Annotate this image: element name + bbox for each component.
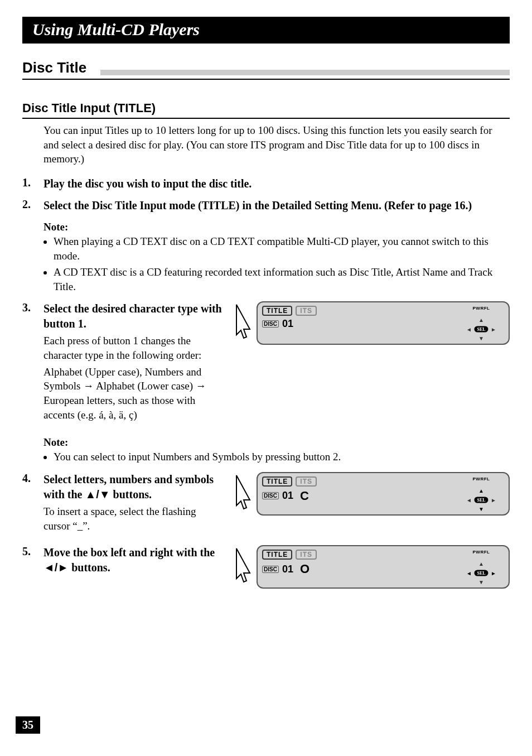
lcd-disc-number: 01 [282,564,293,575]
up-down-icon: ▲/▼ [85,488,110,500]
lcd-disc-label: DISC [262,320,279,328]
step-5-number: 5. [22,545,38,575]
step-1-head: Play the disc you wish to input the disc… [43,176,510,191]
lcd-disc-number: 01 [282,490,293,502]
section-title: Disc Title [22,59,86,76]
step-2-number: 2. [22,198,38,213]
lcd-sel-pad: ◄ ► ▲ ▼ SEL [466,318,496,340]
step-3-detail-b: Alphabet (Upper case), Numbers and Symbo… [43,365,223,422]
lcd-disc-label: DISC [262,566,279,573]
note-2-label: Note: [43,436,510,449]
step-3: 3. Select the desired character type wit… [22,301,223,422]
lcd-screen: TITLE ITS DISC 01 PWRFL ◄ ► ▲ ▼ [257,301,510,345]
step-5-head-post: buttons. [69,561,110,574]
step-4-number: 4. [22,472,38,533]
chapter-title: Using Multi-CD Players [32,20,200,38]
step-3-number: 3. [22,301,38,422]
lcd-screen: TITLE ITS DISC 01 O PWRFL ◄ ► ▲ [257,545,510,589]
lcd-its-label: ITS [296,306,317,316]
note-1a: When playing a CD TEXT disc on a CD TEXT… [54,234,510,263]
right-arrow-icon: → [83,380,94,392]
subsection-intro: You can input Titles up to 10 letters lo… [43,123,510,166]
display-figure-step4: TITLE ITS DISC 01 C PWRFL ◄ ► ▲ [233,472,510,516]
step-1: 1. Play the disc you wish to input the d… [22,176,510,191]
note-1-list: When playing a CD TEXT disc on a CD TEXT… [43,234,510,294]
cursor-icon [233,472,252,516]
step-3-head: Select the desired character type with b… [43,301,223,331]
chapter-title-bar: Using Multi-CD Players [22,17,510,44]
display-figure-step3: TITLE ITS DISC 01 PWRFL ◄ ► ▲ ▼ [233,301,510,345]
step-4-head: Select letters, numbers and symbols with… [43,472,223,502]
lcd-disc-label: DISC [262,492,279,499]
step-4-detail: To insert a space, select the flashing c… [43,504,223,533]
right-arrow-icon: → [196,380,206,392]
lcd-title-label: TITLE [262,550,292,560]
lcd-sel-pad: ◄ ► ▲ ▼ SEL [466,562,496,584]
step-2: 2. Select the Disc Title Input mode (TIT… [22,198,510,213]
step-1-number: 1. [22,176,38,191]
subsection-title: Disc Title Input (TITLE) [22,101,510,119]
lcd-its-label: ITS [296,476,317,487]
lcd-title-label: TITLE [262,476,292,487]
step-5: 5. Move the box left and right with the … [22,545,223,575]
note-1-label: Note: [43,221,510,233]
step-5-head-pre: Move the box left and right with the [43,546,215,558]
display-figure-step5: TITLE ITS DISC 01 O PWRFL ◄ ► ▲ [233,545,510,589]
lcd-sel-label: SEL [474,497,488,503]
left-right-icon: ◄/► [43,561,69,574]
lcd-sel-label: SEL [474,326,488,333]
note-2-list: You can select to input Numbers and Symb… [43,450,510,464]
cursor-icon [233,545,252,589]
step-3-detail-a: Each press of button 1 changes the chara… [43,334,223,362]
page-number: 35 [16,716,40,734]
note-1b: A CD TEXT disc is a CD featuring recorde… [54,265,510,293]
note-2a: You can select to input Numbers and Symb… [54,450,510,464]
lcd-power-label: PWRFL [473,306,490,311]
section-title-bar: Disc Title [22,59,510,80]
step-2-head: Select the Disc Title Input mode (TITLE)… [43,198,510,213]
cursor-icon [233,301,252,345]
step-5-head: Move the box left and right with the ◄/►… [43,545,223,575]
lcd-sel-pad: ◄ ► ▲ ▼ SEL [466,489,496,511]
step-4: 4. Select letters, numbers and symbols w… [22,472,223,533]
step-3-detail-mid: Alphabet (Lower case) [94,380,196,392]
lcd-char-step4: C [300,489,309,503]
step-4-head-post: buttons. [110,488,152,500]
lcd-power-label: PWRFL [473,550,490,555]
lcd-disc-number: 01 [282,318,293,330]
lcd-power-label: PWRFL [473,476,490,481]
lcd-its-label: ITS [296,550,317,560]
lcd-title-label: TITLE [262,306,292,316]
lcd-screen: TITLE ITS DISC 01 C PWRFL ◄ ► ▲ [257,472,510,516]
lcd-char-step5: O [300,562,309,576]
step-3-detail-post: European letters, such as those with acc… [43,394,195,421]
lcd-sel-label: SEL [474,570,488,576]
